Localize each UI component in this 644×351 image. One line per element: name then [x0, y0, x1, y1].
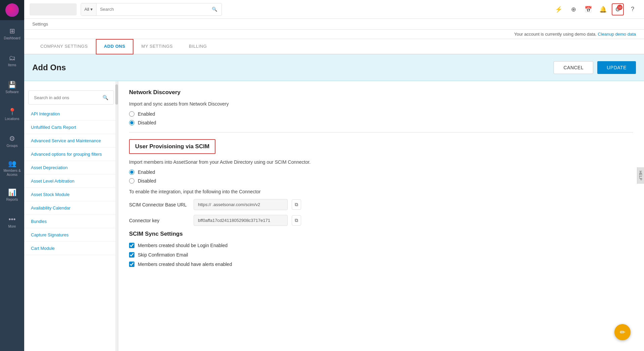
plus-icon-button[interactable]: ⊕ — [567, 3, 579, 15]
demo-bar: Your account is currently using demo dat… — [24, 30, 644, 39]
bell-icon: 🔔 — [599, 6, 607, 13]
main-wrapper: All ▾ 🔍 ⚡ ⊕ 📅 🔔 ⚙ 10 — [24, 0, 644, 351]
user-provisioning-section: User Provisioning via SCIM Import member… — [129, 139, 633, 226]
alerts-enabled-checkbox[interactable] — [129, 262, 134, 267]
addon-item-asset-stock[interactable]: Asset Stock Module — [24, 188, 118, 201]
members-icon: 👥 — [8, 159, 16, 167]
base-url-label: SCIM Connector Base URL — [129, 202, 190, 207]
user-provisioning-title: User Provisioning via SCIM — [129, 139, 215, 154]
addons-sidebar-scroll[interactable]: 🔍 API Integration Unfulfilled Carts Repo… — [24, 81, 118, 351]
scim-disabled-radio[interactable] — [129, 178, 134, 184]
addon-item-capture-signatures[interactable]: Capture Signatures — [24, 228, 118, 242]
topbar-logo — [30, 3, 77, 15]
cancel-button[interactable]: CANCEL — [554, 61, 593, 74]
addon-item-asset-arbitration[interactable]: Asset Level Arbitration — [24, 174, 118, 188]
sidebar-item-members-access[interactable]: 👥 Members & Access — [0, 155, 24, 182]
addons-sidebar: 🔍 API Integration Unfulfilled Carts Repo… — [24, 81, 118, 351]
search-filter-dropdown[interactable]: All ▾ — [81, 3, 96, 15]
sidebar-item-reports[interactable]: 📊 Reports — [0, 182, 24, 208]
connector-key-value: bff0affa17cd24118052908c3717e171 — [194, 215, 288, 226]
addon-item-cart-module[interactable]: Cart Module — [24, 242, 118, 255]
help-icon-button[interactable]: ? — [627, 3, 639, 15]
addons-search-box[interactable]: 🔍 — [28, 90, 114, 105]
base-url-value: https:// .assetsonar.com/scim/v2 — [194, 199, 288, 210]
content-area: Settings Your account is currently using… — [24, 19, 644, 351]
integration-text: To enable the integration, input the fol… — [129, 189, 633, 194]
network-discovery-enabled-radio[interactable] — [129, 111, 134, 117]
help-fab-icon: ✏ — [620, 328, 626, 336]
groups-icon: ⚙ — [9, 134, 15, 143]
section-divider — [129, 132, 633, 132]
calendar-icon-button[interactable]: 📅 — [582, 3, 594, 15]
copy-base-url-button[interactable]: ⧉ — [292, 199, 301, 210]
skip-confirmation-checkbox[interactable] — [129, 252, 134, 258]
network-discovery-title: Network Discovery — [129, 89, 633, 96]
addons-content[interactable]: Network Discovery Import and sync assets… — [118, 81, 644, 351]
network-discovery-section: Network Discovery Import and sync assets… — [129, 89, 633, 125]
search-button[interactable]: 🔍 — [208, 3, 222, 15]
addon-item-unfulfilled-carts[interactable]: Unfulfilled Carts Report — [24, 121, 118, 134]
addon-item-asset-depreciation[interactable]: Asset Depreciation — [24, 161, 118, 174]
alerts-enabled-option[interactable]: Members created should have alerts enabl… — [129, 262, 633, 267]
scim-disabled-option[interactable]: Disabled — [129, 178, 633, 184]
skip-confirmation-option[interactable]: Skip Confirmation Email — [129, 252, 633, 258]
help-fab-button[interactable]: ✏ — [614, 324, 631, 340]
tab-my-settings[interactable]: MY SETTINGS — [133, 39, 181, 54]
sidebar-item-more[interactable]: ••• More — [0, 208, 24, 235]
search-input[interactable] — [96, 3, 208, 15]
more-icon: ••• — [8, 215, 15, 223]
user-provisioning-radio-group: Enabled Disabled — [129, 169, 633, 184]
base-url-row: SCIM Connector Base URL https:// .assets… — [129, 199, 633, 210]
software-icon: 💾 — [8, 81, 16, 89]
topbar-icons: ⚡ ⊕ 📅 🔔 ⚙ 10 ? — [553, 3, 639, 15]
topbar: All ▾ 🔍 ⚡ ⊕ 📅 🔔 ⚙ 10 — [24, 0, 644, 19]
addon-item-advanced-options[interactable]: Advanced options for grouping filters — [24, 148, 118, 161]
tab-company-settings[interactable]: COMPANY SETTINGS — [32, 39, 96, 54]
search-icon: 🔍 — [212, 7, 217, 12]
dropdown-chevron-icon: ▾ — [90, 7, 93, 12]
scim-enabled-radio[interactable] — [129, 169, 134, 175]
sidebar-scroll-thumb — [115, 84, 118, 105]
calendar-icon: 📅 — [585, 6, 592, 13]
network-discovery-disabled-radio[interactable] — [129, 120, 134, 125]
addons-header: Add Ons CANCEL UPDATE — [24, 54, 644, 81]
search-area: All ▾ 🔍 — [81, 3, 222, 16]
help-panel-label: HELP — [639, 171, 643, 181]
addons-search-icon: 🔍 — [103, 95, 108, 100]
tab-add-ons[interactable]: ADD ONS — [96, 39, 133, 54]
flash-icon-button[interactable]: ⚡ — [553, 3, 565, 15]
addons-search-input[interactable] — [34, 95, 100, 100]
breadcrumb: Settings — [24, 19, 644, 30]
connector-key-row: Connector key bff0affa17cd24118052908c37… — [129, 215, 633, 226]
help-panel[interactable]: HELP — [637, 167, 644, 184]
cleanup-demo-link[interactable]: Cleanup demo data — [598, 32, 636, 37]
gear-icon-button[interactable]: ⚙ 10 — [612, 3, 624, 15]
login-enabled-checkbox[interactable] — [129, 243, 134, 248]
network-discovery-enabled-option[interactable]: Enabled — [129, 111, 633, 117]
bell-icon-button[interactable]: 🔔 — [597, 3, 609, 15]
sidebar-item-groups[interactable]: ⚙ Groups — [0, 128, 24, 155]
network-discovery-radio-group: Enabled Disabled — [129, 111, 633, 125]
sidebar-item-items[interactable]: 🗂 Items — [0, 47, 24, 74]
scim-enabled-option[interactable]: Enabled — [129, 169, 633, 175]
network-discovery-disabled-option[interactable]: Disabled — [129, 120, 633, 125]
addons-page: Add Ons CANCEL UPDATE 🔍 API Integration — [24, 54, 644, 351]
addon-item-advanced-service[interactable]: Advanced Service and Maintenance — [24, 134, 118, 148]
update-button[interactable]: UPDATE — [597, 61, 636, 74]
sidebar-item-software[interactable]: 💾 Software — [0, 74, 24, 101]
network-discovery-desc: Import and sync assets from Network Disc… — [129, 101, 633, 107]
tab-billing[interactable]: BILLING — [181, 39, 215, 54]
items-icon: 🗂 — [9, 54, 15, 62]
addon-item-availability-calendar[interactable]: Availability Calendar — [24, 201, 118, 215]
addon-item-bundles[interactable]: Bundles — [24, 215, 118, 228]
dashboard-icon: ⊞ — [9, 27, 15, 35]
addons-title: Add Ons — [32, 63, 66, 72]
login-enabled-option[interactable]: Members created should be Login Enabled — [129, 243, 633, 248]
scim-sync-section: SCIM Sync Settings Members created shoul… — [129, 231, 633, 267]
addon-item-api-integration[interactable]: API Integration — [24, 107, 118, 121]
sidebar-item-locations[interactable]: 📍 Locations — [0, 101, 24, 128]
plus-icon: ⊕ — [571, 6, 576, 13]
reports-icon: 📊 — [8, 188, 16, 196]
copy-connector-key-button[interactable]: ⧉ — [292, 215, 301, 226]
sidebar-item-dashboard[interactable]: ⊞ Dashboard — [0, 20, 24, 47]
